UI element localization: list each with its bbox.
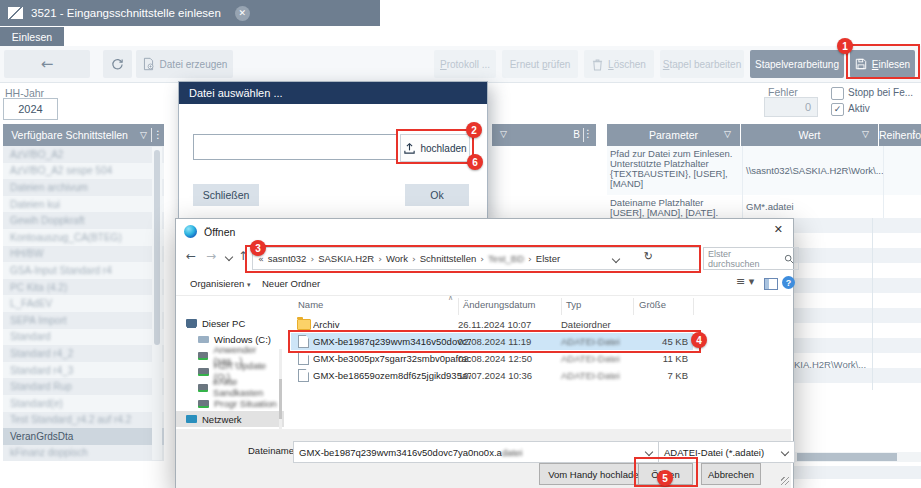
breadcrumb[interactable]: « sasnt032› SASKIA.H2R› Work› Schnittste… [252, 247, 700, 270]
organisieren-button[interactable]: Organisieren ▾ [190, 278, 251, 289]
chevron-down-icon[interactable] [645, 448, 653, 456]
file-path-input[interactable] [193, 134, 397, 160]
breadcrumb-segment[interactable]: Schnittstellen› [420, 253, 488, 264]
list-item[interactable]: Standard(e) [3, 395, 164, 412]
list-item[interactable]: PC Kita (4.2) [3, 279, 164, 296]
dateiname-combobox[interactable]: GMX-be1987q239wvm3416v50dovc7ya0no0x.ada… [293, 441, 659, 463]
scrollbar-thumb[interactable] [154, 150, 160, 345]
filter-icon[interactable]: ▽ [862, 130, 869, 139]
protokoll-button[interactable]: Protokoll ... [434, 50, 496, 78]
stapelverarbeitung-button[interactable]: Stapelverarbeitung [750, 50, 844, 78]
list-item[interactable]: Dateien kui [3, 196, 164, 213]
list-item[interactable]: kFinanz doppisch [3, 445, 164, 462]
dialog-close-icon[interactable]: ✕ [774, 224, 783, 235]
breadcrumb-segment[interactable]: Elster [536, 253, 560, 264]
datei-erzeugen-button[interactable]: Datei erzeugen [136, 50, 233, 78]
list-item[interactable]: Test Standard_r4.2 auf r4.2 [3, 412, 164, 429]
breadcrumb-segment[interactable]: SASKIA.H2R› [318, 253, 386, 264]
loeschen-button[interactable]: Löschen [584, 50, 654, 78]
list-item[interactable]: AzV/BO_A2 sespe 504 [3, 163, 164, 180]
list-item[interactable]: Gewih Doppkraft [3, 212, 164, 229]
help-icon[interactable]: ? [782, 276, 795, 289]
sidebar-item[interactable]: Netzwerk [176, 411, 284, 427]
nav-back-icon[interactable]: ← [186, 250, 196, 262]
file-row[interactable]: GMX-be3005px7sgarr32smbv0pafrac5wma1... … [291, 350, 693, 367]
sidebar-item[interactable]: Dieser PC [176, 315, 284, 331]
col-reihenfolge[interactable]: Reihenfo ⋮ [879, 124, 921, 146]
view-list-icon[interactable]: ≡ ▾ [736, 276, 754, 287]
tab-einlesen[interactable]: Einlesen [0, 27, 64, 46]
list-item[interactable]: Standard Rup [3, 378, 164, 395]
nav-recent-chevron-icon[interactable] [225, 253, 233, 261]
col-wert[interactable]: Wert ▽ [741, 124, 878, 146]
list-item[interactable]: SEPA Import [3, 312, 164, 329]
preview-pane-icon[interactable] [764, 278, 778, 290]
list-item[interactable]: Standard r4_3 [3, 362, 164, 379]
column-menu-icon[interactable]: ⋮ [152, 130, 164, 140]
window-tab[interactable]: 3521 - Eingangsschnittstelle einlesen ✕ [0, 0, 380, 26]
save-icon [855, 58, 867, 70]
file-row[interactable]: GMX-be1987q239wvm3416v50dovc7ya0no0... 0… [291, 333, 693, 350]
chevron-down-icon[interactable] [781, 448, 789, 456]
vom-handy-hochladen-button[interactable]: Vom Handy hochladen [539, 463, 653, 485]
filter-icon[interactable]: ▽ [500, 130, 507, 139]
table-row[interactable]: Pfad zur Datei zum Einlesen. Unterstützt… [607, 146, 921, 195]
tab-close-icon[interactable]: ✕ [235, 6, 250, 21]
file-size: 45 KB [626, 336, 688, 347]
left-list-scrollbar[interactable] [152, 147, 162, 460]
schnittstellen-header[interactable]: Verfügbare Schnittstellen ▽ ⋮ [3, 124, 164, 146]
sidebar-scrollbar[interactable] [279, 349, 282, 429]
breadcrumb-dropdown-icon[interactable] [612, 255, 620, 263]
col-date[interactable]: Änderungsdatum [463, 299, 535, 310]
scrollbar-thumb[interactable] [279, 379, 282, 419]
toolbar: ← Datei erzeugen Protokoll ... Erneut pr… [0, 46, 921, 83]
filetype-select[interactable]: ADATEI-Datei (*.adatei) [658, 441, 795, 463]
horizontal-scrollbar[interactable] [792, 452, 921, 462]
pc-icon [186, 319, 197, 327]
neuer-ordner-button[interactable]: Neuer Ordner [262, 278, 320, 289]
list-item[interactable]: GSA-Input Standard r4 [3, 262, 164, 279]
list-item[interactable]: HH/BW [3, 246, 164, 263]
col-parameter[interactable]: Parameter ▽ [607, 124, 740, 146]
erneut-pruefen-button[interactable]: Erneut prüfen [502, 50, 578, 78]
list-item[interactable]: Dateien archivum [3, 179, 164, 196]
column-menu-icon[interactable]: ⋮ [909, 129, 919, 139]
filter-icon[interactable]: ▽ [140, 131, 147, 140]
stopp-checkbox[interactable] [831, 87, 844, 100]
breadcrumb-segment[interactable]: Test_BD› [488, 253, 536, 264]
file-row[interactable]: GMX-be18659ozem8df6z5jgikd935a77dbfs.a..… [291, 367, 693, 384]
breadcrumb-segment[interactable]: sasnt032› [268, 253, 318, 264]
column-menu-icon[interactable]: ⋮ [583, 129, 593, 139]
file-row[interactable]: Archiv 26.11.2024 10:07 Dateiordner [291, 316, 693, 333]
list-item[interactable]: L_FAdEV [3, 295, 164, 312]
list-item[interactable]: Kontoauszug_CA(BTEG) [3, 229, 164, 246]
stapel-bearbeiten-button[interactable]: Stapel bearbeiten [660, 50, 744, 78]
resize-grip[interactable] [781, 477, 789, 485]
breadcrumb-segment[interactable]: Work› [386, 253, 420, 264]
search-input[interactable]: Elster durchsuchen [703, 247, 799, 270]
list-item[interactable]: Standard [3, 329, 164, 346]
hh-jahr-input[interactable]: 2024 [3, 98, 58, 120]
refresh-icon[interactable]: ↻ [644, 251, 653, 262]
hochladen-button[interactable]: hochladen [400, 134, 470, 162]
list-item[interactable]: AzV/BO_A2 [3, 146, 164, 163]
aktiv-checkbox[interactable]: ✓ [831, 103, 844, 116]
list-item[interactable]: Standard r4_2 [3, 345, 164, 362]
scrollbar-thumb[interactable] [797, 453, 897, 461]
schliessen-button[interactable]: Schließen [193, 184, 259, 206]
ok-button[interactable]: Ok [405, 184, 469, 206]
nav-forward-icon[interactable]: → [206, 250, 216, 262]
sidebar-item[interactable]: Progr Situation [176, 395, 284, 411]
col-name[interactable]: Name [298, 299, 323, 310]
table-row[interactable]: Dateiname Platzhalter [USER], [MAND], [D… [607, 195, 921, 218]
abbrechen-button[interactable]: Abbrechen [701, 463, 761, 485]
nav-up-icon[interactable]: ↑ [238, 250, 248, 262]
col-type[interactable]: Typ [566, 299, 581, 310]
einlesen-button[interactable]: Einlesen [850, 50, 915, 78]
filter-icon[interactable]: ▽ [724, 130, 731, 139]
list-item[interactable]: VeranGrdsDta [3, 428, 164, 445]
sidebar-item[interactable]: eAkte Sandkasten [176, 379, 284, 395]
col-size[interactable]: Größe [639, 299, 666, 310]
refresh-button[interactable] [103, 50, 132, 78]
back-button[interactable]: ← [4, 50, 90, 78]
